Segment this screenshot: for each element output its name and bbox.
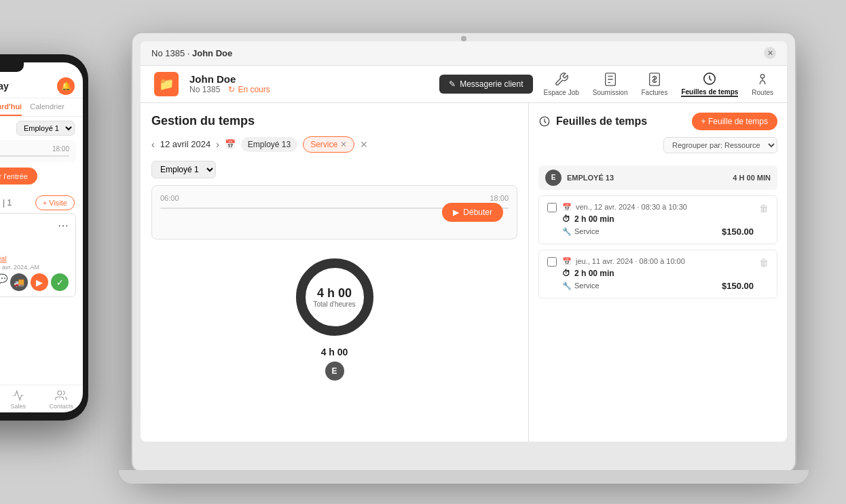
timeline-labels: 06:00 18:00	[160, 194, 509, 202]
visit-more-button[interactable]: ⋯	[58, 219, 69, 232]
employee-name: EMPLOYÉ 13	[567, 174, 727, 182]
phone-shell: ☰ My day 🔔 Tableau de bord Aujourd'hui C…	[0, 54, 88, 421]
laptop-base	[119, 470, 809, 484]
toolbar-label: Factures	[641, 89, 667, 96]
employee-filter-chip[interactable]: Employé 13	[241, 137, 297, 152]
folder-icon: 📁	[154, 72, 179, 96]
entry-date-1: 📅 ven., 12 avr. 2024 · 08:30 à 10:30	[562, 203, 754, 212]
app-header: 📁 John Doe No 1385 ↻ En cours ✎ Messager…	[141, 66, 787, 103]
window-titlebar: No 1385 · John Doe ✕	[141, 41, 787, 66]
clock-icon-entry2: ⏱	[562, 269, 570, 278]
donut-hours: 4 h 00	[314, 286, 356, 301]
right-panel: Feuilles de temps + Feuille de temps Reg…	[529, 103, 787, 442]
toolbar-label: Espace Job	[544, 89, 579, 96]
phone-title: My day	[0, 81, 9, 92]
sales-icon	[12, 389, 24, 402]
entry-row-wrap-2: 📅 jeu., 11 avr. 2024 · 08:00 à 10:00 ⏱ 2…	[547, 257, 769, 291]
play-button[interactable]: ▶	[31, 273, 48, 291]
date-next-button[interactable]: ›	[216, 139, 219, 150]
messagerie-button[interactable]: ✎ Messagerie client	[439, 75, 532, 94]
date-navigation: ‹ 12 avril 2024 › 📅	[151, 139, 236, 150]
filter-row: ‹ 12 avril 2024 › 📅 Employé 13 Service ✕	[151, 136, 517, 153]
add-feuille-button[interactable]: + Feuille de temps	[692, 113, 777, 130]
phone-tab-calendrier[interactable]: Calendrier	[30, 98, 65, 116]
punch-button[interactable]: ▶ Puncher l'entrée	[0, 168, 37, 185]
toolbar-espace-job[interactable]: Espace Job	[544, 72, 579, 96]
entry-checkbox-1[interactable]	[547, 203, 557, 212]
phone-header: ☰ My day 🔔	[0, 72, 83, 98]
trash-icon-1[interactable]: 🗑	[759, 203, 769, 214]
phone-nav-label: Sales	[10, 403, 26, 410]
phone-date-next[interactable]: ›	[0, 123, 1, 134]
group-by-select[interactable]: Regrouper par: Ressource	[663, 137, 777, 153]
check-button[interactable]: ✓	[51, 273, 69, 291]
visit-card-top: 📁 1150 👤 0002 ⋯	[0, 219, 69, 232]
employee-select-dropdown[interactable]: Employé 1	[151, 161, 216, 178]
employee-select-row: Employé 1	[151, 161, 517, 178]
service-filter-chip[interactable]: Service ✕	[303, 136, 354, 153]
employee-total: 4 H 00 MIN	[733, 174, 771, 182]
user-name: John Doe	[189, 73, 428, 85]
employee-section-header: E EMPLOYÉ 13 4 H 00 MIN	[538, 166, 777, 190]
status-badge: ↻ En cours	[228, 85, 270, 94]
date-prev-button[interactable]: ‹	[151, 139, 155, 150]
wrench-icon-2: 🔧	[562, 282, 572, 290]
user-id: No 1385	[189, 85, 220, 94]
entry-checkbox-2[interactable]	[547, 257, 557, 267]
calculator-icon	[603, 72, 618, 87]
donut-text: 4 h 00 Total d'heures	[314, 286, 356, 308]
timesheet-entry-2: 📅 jeu., 11 avr. 2024 · 08:00 à 10:00 ⏱ 2…	[538, 250, 777, 298]
debut-button[interactable]: ▶ Débuter	[442, 203, 503, 222]
calendar-icon-entry: 📅	[562, 203, 572, 212]
calendar-icon-entry2: 📅	[562, 257, 572, 266]
window-close-button[interactable]: ✕	[764, 47, 776, 59]
wrench-icon-1: 🔧	[562, 227, 572, 236]
message-icon-visit[interactable]: 💬	[0, 273, 7, 291]
visit-actions: 👥 0 ⊙ Non débuté 💬 🚚 ▶ ✓	[0, 273, 69, 291]
entry-row-wrap: 📅 ven., 12 avr. 2024 · 08:30 à 10:30 ⏱ 2…	[547, 203, 769, 237]
phone-bell-icon[interactable]: 🔔	[57, 77, 75, 95]
app-window: No 1385 · John Doe ✕ 📁 John Doe No 1385 …	[141, 41, 787, 442]
action-buttons: 💬 🚚 ▶ ✓	[0, 273, 69, 291]
toolbar-routes[interactable]: Routes	[752, 72, 773, 96]
entry-price-2: $150.00	[722, 281, 754, 291]
entry-service-row-2: 🔧 Service $150.00	[562, 281, 754, 291]
toolbar-label: Soumission	[593, 89, 628, 96]
user-id-status: No 1385 ↻ En cours	[189, 85, 428, 94]
visit-address[interactable]: 3100 Rue Marcel, Montréal	[0, 255, 69, 263]
phone-time-end: 18:00	[52, 145, 69, 153]
user-info: John Doe No 1385 ↻ En cours	[189, 73, 428, 94]
trash-icon-2[interactable]: 🗑	[759, 257, 769, 268]
remove-service-filter[interactable]: ✕	[340, 140, 347, 149]
phone-date-nav: ‹ Jeu. 11 Avril › Employé 1	[0, 117, 83, 140]
toolbar-factures[interactable]: Factures	[641, 72, 667, 96]
window-title: No 1385 · John Doe	[151, 48, 232, 58]
add-visite-button[interactable]: + Visite	[35, 195, 75, 210]
truck-button[interactable]: 🚚	[10, 273, 28, 291]
dollar-icon	[647, 72, 662, 87]
toolbar-soumission[interactable]: Soumission	[593, 72, 628, 96]
routes-icon	[755, 72, 770, 87]
phone-screen: ☰ My day 🔔 Tableau de bord Aujourd'hui C…	[0, 62, 83, 412]
donut-section: 4 h 00 Total d'heures 4 h 00 E	[151, 253, 517, 381]
entry-duration-2: ⏱ 2 h 00 min	[562, 269, 754, 278]
phone-timeline-labels: 06:00 18:00	[0, 145, 69, 153]
phone-nav-sales[interactable]: Sales	[0, 389, 40, 410]
phone-tab-aujourdhui[interactable]: Aujourd'hui	[0, 98, 22, 116]
timeline-start: 06:00	[160, 194, 179, 202]
svg-point-7	[760, 74, 765, 78]
contacts-icon	[55, 389, 67, 402]
employee-avatar: E	[545, 170, 562, 186]
svg-point-16	[58, 391, 62, 395]
employee-avatar-donut: E	[325, 362, 344, 381]
phone-employee-select[interactable]: Employé 1	[16, 121, 75, 136]
calendar-icon[interactable]: 📅	[225, 139, 236, 149]
current-date: 12 avril 2024	[160, 139, 210, 149]
phone-visit-card: 📁 1150 👤 0002 ⋯ Démo Contact 3 Service 1…	[0, 213, 76, 297]
phone-nav-contacts[interactable]: Contacts	[40, 389, 84, 410]
close-filters-btn[interactable]: ✕	[360, 139, 368, 150]
left-panel-title: Gestion du temps	[151, 114, 517, 128]
phone-visits-count: | 1	[3, 198, 12, 208]
service-label-1: 🔧 Service	[562, 227, 600, 236]
toolbar-feuilles-temps[interactable]: Feuilles de temps	[681, 71, 738, 97]
